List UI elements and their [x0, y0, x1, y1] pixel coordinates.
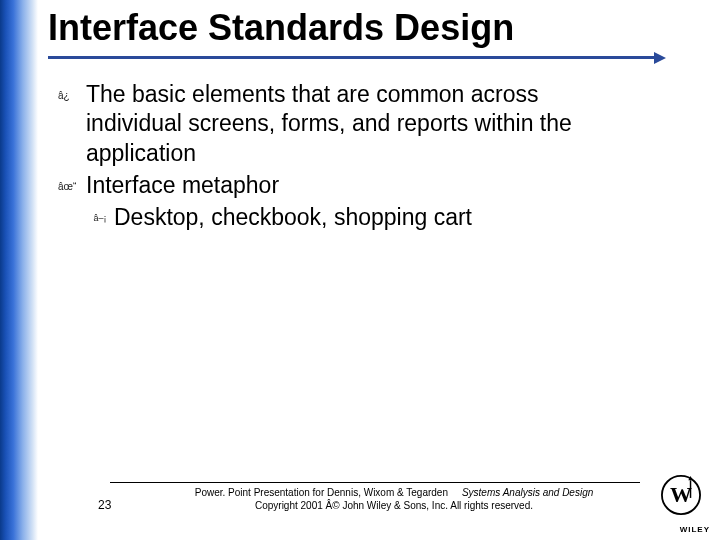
- bullet-item: âœ“ Interface metaphor: [58, 171, 640, 201]
- bullet-text: The basic elements that are common acros…: [86, 80, 640, 170]
- bullet-icon: â¿: [58, 80, 86, 101]
- slide-content: â¿ The basic elements that are common ac…: [48, 80, 700, 233]
- wiley-logo-text: WILEY: [680, 525, 710, 534]
- footer-credits: Power. Point Presentation for Dennis, Wi…: [148, 487, 640, 512]
- left-gradient: [0, 0, 38, 540]
- wiley-logo-icon: W: [656, 470, 706, 520]
- bullet-icon: âœ“: [58, 171, 86, 192]
- svg-text:W: W: [670, 482, 692, 507]
- slide-body: Interface Standards Design â¿ The basic …: [38, 0, 720, 540]
- slide-footer: 23 Power. Point Presentation for Dennis,…: [98, 482, 640, 512]
- credit-line2: Copyright 2001 Â© John Wiley & Sons, Inc…: [255, 500, 533, 511]
- slide-title: Interface Standards Design: [48, 8, 700, 48]
- sub-bullet-text: Desktop, checkbook, shopping cart: [114, 203, 472, 233]
- arrow-right-icon: [654, 52, 666, 64]
- sub-bullet-item: â–¡ Desktop, checkbook, shopping cart: [86, 203, 640, 233]
- bullet-text: Interface metaphor: [86, 171, 279, 201]
- bullet-item: â¿ The basic elements that are common ac…: [58, 80, 640, 170]
- footer-rule: [110, 482, 640, 483]
- credit-line1a: Power. Point Presentation for Dennis, Wi…: [195, 487, 448, 498]
- title-underline: [48, 54, 660, 62]
- credit-book-title: Systems Analysis and Design: [462, 487, 593, 498]
- page-number: 23: [98, 498, 148, 512]
- sub-bullet-icon: â–¡: [86, 203, 114, 223]
